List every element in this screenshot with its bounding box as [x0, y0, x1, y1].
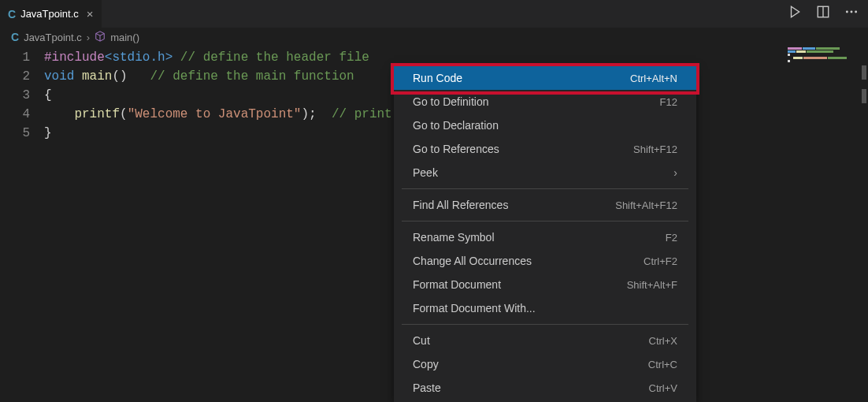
- menu-separator: [402, 324, 688, 325]
- c-file-icon: C: [8, 8, 16, 20]
- menu-item-label: Run Code: [413, 72, 462, 84]
- overview-ruler-mark: [862, 89, 866, 103]
- menu-item-shortcut: F12: [660, 96, 677, 108]
- menu-item-shortcut: Ctrl+C: [648, 359, 677, 370]
- menu-item-label: Format Document With...: [413, 302, 536, 315]
- context-menu: Run CodeCtrl+Alt+NGo to DefinitionF12Go …: [394, 66, 696, 402]
- menu-item-shortcut: F2: [666, 232, 677, 244]
- run-icon[interactable]: [788, 5, 802, 22]
- menu-item-peek[interactable]: Peek›: [394, 161, 696, 184]
- menu-item-change-all-occurrences[interactable]: Change All OccurrencesCtrl+F2: [394, 249, 696, 273]
- menu-item-cut[interactable]: CutCtrl+X: [394, 329, 696, 352]
- menu-item-shortcut: Ctrl+F2: [644, 255, 677, 267]
- menu-item-label: Change All Occurrences: [413, 255, 532, 267]
- menu-item-go-to-references[interactable]: Go to ReferencesShift+F12: [394, 137, 696, 161]
- breadcrumb[interactable]: C JavaTpoint.c › main(): [0, 28, 868, 47]
- tab-filename: JavaTpoint.c: [20, 8, 79, 20]
- menu-item-label: Paste: [413, 382, 441, 394]
- split-editor-icon[interactable]: [816, 5, 830, 22]
- menu-item-shortcut: Ctrl+X: [649, 335, 677, 347]
- svg-point-4: [855, 11, 857, 13]
- menu-separator: [402, 221, 688, 221]
- menu-item-paste[interactable]: PasteCtrl+V: [394, 376, 696, 400]
- minimap[interactable]: [788, 47, 859, 69]
- menu-item-rename-symbol[interactable]: Rename SymbolF2: [394, 225, 696, 249]
- breadcrumb-symbol: main(): [110, 32, 139, 43]
- scrollbar[interactable]: [860, 28, 868, 402]
- menu-item-label: Go to References: [413, 143, 499, 155]
- svg-point-2: [846, 11, 848, 13]
- menu-item-label: Peek: [413, 166, 438, 179]
- menu-item-go-to-definition[interactable]: Go to DefinitionF12: [394, 90, 696, 114]
- menu-item-format-document-with[interactable]: Format Document With...: [394, 296, 696, 320]
- menu-item-label: Rename Symbol: [413, 231, 495, 244]
- chevron-right-icon: ›: [673, 166, 677, 179]
- close-icon[interactable]: ×: [87, 7, 94, 20]
- tab-bar: C JavaTpoint.c ×: [0, 0, 868, 28]
- menu-item-copy[interactable]: CopyCtrl+C: [394, 352, 696, 376]
- overview-ruler-mark: [862, 65, 866, 80]
- menu-item-label: Cut: [413, 334, 430, 347]
- menu-item-go-to-declaration[interactable]: Go to Declaration: [394, 114, 696, 137]
- menu-item-shortcut: Ctrl+Alt+N: [630, 73, 677, 84]
- menu-separator: [402, 188, 688, 189]
- c-file-icon: C: [11, 31, 19, 43]
- menu-item-find-all-references[interactable]: Find All ReferencesShift+Alt+F12: [394, 193, 696, 217]
- menu-item-label: Format Document: [413, 278, 501, 291]
- breadcrumb-file: JavaTpoint.c: [24, 32, 82, 43]
- editor-tab[interactable]: C JavaTpoint.c ×: [0, 0, 102, 28]
- menu-item-run-code[interactable]: Run CodeCtrl+Alt+N: [394, 66, 696, 90]
- menu-item-format-document[interactable]: Format DocumentShift+Alt+F: [394, 273, 696, 296]
- chevron-right-icon: ›: [87, 32, 90, 43]
- menu-item-shortcut: Shift+Alt+F12: [615, 199, 677, 211]
- menu-item-label: Find All References: [413, 199, 508, 211]
- editor-title-actions: [788, 5, 859, 22]
- more-icon[interactable]: [844, 5, 859, 22]
- line-gutter: 1 2 3 4 5: [0, 48, 44, 143]
- code-line[interactable]: #include<stdio.h> // define the header f…: [44, 48, 868, 67]
- svg-point-3: [851, 11, 853, 13]
- menu-item-label: Go to Declaration: [413, 119, 499, 132]
- symbol-method-icon: [95, 31, 106, 44]
- menu-item-shortcut: Ctrl+V: [649, 382, 677, 394]
- menu-item-label: Go to Definition: [413, 95, 489, 108]
- menu-item-shortcut: Shift+Alt+F: [627, 279, 677, 291]
- menu-item-label: Copy: [413, 358, 439, 370]
- menu-item-shortcut: Shift+F12: [633, 143, 677, 155]
